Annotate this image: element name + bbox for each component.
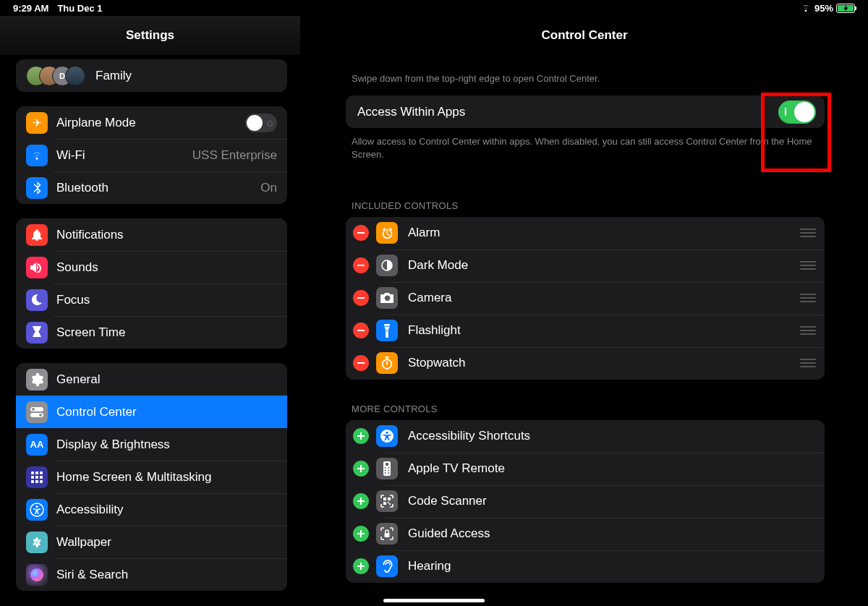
qr-icon [376, 490, 398, 512]
wifi-value: USS Enterprise [192, 148, 277, 163]
svg-point-21 [386, 432, 388, 434]
bell-icon [26, 224, 48, 246]
svg-rect-7 [31, 476, 34, 479]
more-header: More Controls [352, 403, 819, 416]
drag-handle[interactable] [800, 261, 816, 270]
included-camera[interactable]: Camera [346, 282, 825, 315]
sidebar-item-homescreen[interactable]: Home Screen & Multitasking [16, 461, 287, 493]
sidebar-item-screentime[interactable]: Screen Time [16, 316, 287, 349]
sidebar-item-notifications[interactable]: Notifications [16, 218, 287, 251]
add-button[interactable] [353, 428, 369, 444]
more-hearing[interactable]: Hearing [346, 550, 825, 583]
svg-point-29 [388, 472, 389, 474]
sidebar-item-control-center[interactable]: Control Center [16, 396, 287, 428]
settings-sidebar: Settings D Family ✈ Airplane Mode [0, 0, 301, 606]
more-guided[interactable]: Guided Access [346, 518, 825, 550]
remove-button[interactable] [353, 290, 369, 306]
drag-handle[interactable] [800, 326, 816, 335]
included-flashlight[interactable]: Flashlight [346, 315, 825, 347]
remove-button[interactable] [353, 257, 369, 273]
switches-icon [26, 401, 48, 423]
alarm-icon [376, 222, 398, 244]
siri-icon [26, 564, 48, 586]
accessibility-icon [376, 425, 398, 447]
more-codescanner[interactable]: Code Scanner [346, 485, 825, 518]
svg-point-27 [388, 470, 389, 471]
sidebar-item-display[interactable]: AA Display & Brightness [16, 428, 287, 461]
ear-icon [376, 555, 398, 577]
hourglass-icon [26, 322, 48, 343]
included-header: Included Controls [352, 200, 819, 213]
svg-rect-12 [40, 480, 43, 483]
drag-handle[interactable] [800, 294, 816, 302]
included-alarm[interactable]: Alarm [346, 217, 825, 249]
more-appletv[interactable]: Apple TV Remote [346, 453, 825, 485]
add-button[interactable] [353, 461, 369, 477]
detail-pane: Control Center Swipe down from the top-r… [301, 0, 868, 606]
speaker-icon [26, 257, 48, 278]
detail-title: Control Center [308, 16, 861, 55]
sidebar-item-wallpaper[interactable]: Wallpaper [16, 526, 287, 558]
grid-icon [26, 466, 48, 488]
sidebar-item-bluetooth[interactable]: Bluetooth On [16, 171, 287, 204]
svg-rect-9 [40, 476, 43, 479]
add-button[interactable] [353, 493, 369, 509]
svg-rect-33 [388, 502, 389, 503]
svg-point-28 [385, 472, 386, 474]
sidebar-item-airplane[interactable]: ✈ Airplane Mode [16, 106, 287, 139]
sidebar-title: Settings [0, 16, 300, 55]
sidebar-item-family[interactable]: D Family [16, 59, 287, 92]
included-stopwatch[interactable]: Stopwatch [346, 347, 825, 380]
flashlight-icon [376, 320, 398, 341]
flower-icon [26, 532, 48, 553]
remove-button[interactable] [353, 323, 369, 338]
wifi-row-icon [26, 145, 48, 166]
bluetooth-icon [26, 177, 48, 199]
gear-icon [26, 369, 48, 391]
status-bar: 9:29 AM Thu Dec 1 95% [0, 0, 868, 16]
add-button[interactable] [353, 526, 369, 542]
add-button[interactable] [353, 558, 369, 574]
svg-rect-10 [31, 480, 34, 483]
airplane-toggle[interactable] [245, 114, 277, 132]
moon-icon [26, 289, 48, 311]
sidebar-item-sounds[interactable]: Sounds [16, 251, 287, 283]
svg-point-1 [32, 408, 35, 411]
svg-rect-30 [383, 498, 386, 500]
svg-rect-31 [388, 498, 391, 500]
text-size-icon: AA [26, 434, 48, 456]
drag-handle[interactable] [800, 229, 816, 237]
person-circle-icon [26, 499, 48, 521]
svg-point-26 [385, 470, 386, 471]
stopwatch-icon [376, 352, 398, 374]
battery-icon [836, 4, 855, 13]
sidebar-item-wifi[interactable]: Wi-Fi USS Enterprise [16, 139, 287, 171]
sidebar-item-focus[interactable]: Focus [16, 283, 287, 316]
sidebar-item-siri[interactable]: Siri & Search [16, 558, 287, 591]
svg-point-17 [386, 296, 389, 300]
wifi-icon [800, 4, 812, 12]
bluetooth-value: On [260, 181, 277, 195]
status-time: 9:29 AM [13, 3, 48, 14]
sidebar-item-accessibility[interactable]: Accessibility [16, 493, 287, 526]
svg-rect-34 [389, 503, 391, 505]
included-darkmode[interactable]: Dark Mode [346, 249, 825, 282]
svg-point-24 [385, 467, 386, 469]
airplane-icon: ✈ [26, 112, 48, 134]
remove-button[interactable] [353, 355, 369, 371]
intro-caption: Swipe down from the top-right edge to op… [352, 72, 819, 85]
home-indicator[interactable] [383, 599, 485, 602]
access-within-apps-toggle[interactable] [778, 101, 816, 124]
svg-rect-8 [35, 476, 38, 479]
svg-rect-11 [35, 480, 38, 483]
remove-button[interactable] [353, 225, 369, 241]
drag-handle[interactable] [800, 359, 816, 367]
lock-icon [376, 523, 398, 545]
sidebar-item-general[interactable]: General [16, 363, 287, 396]
svg-point-3 [39, 414, 42, 417]
svg-rect-6 [40, 471, 43, 474]
more-accessibility[interactable]: Accessibility Shortcuts [346, 420, 825, 453]
access-within-apps-row[interactable]: Access Within Apps [346, 95, 825, 128]
status-date: Thu Dec 1 [57, 3, 102, 14]
svg-point-25 [388, 467, 389, 469]
